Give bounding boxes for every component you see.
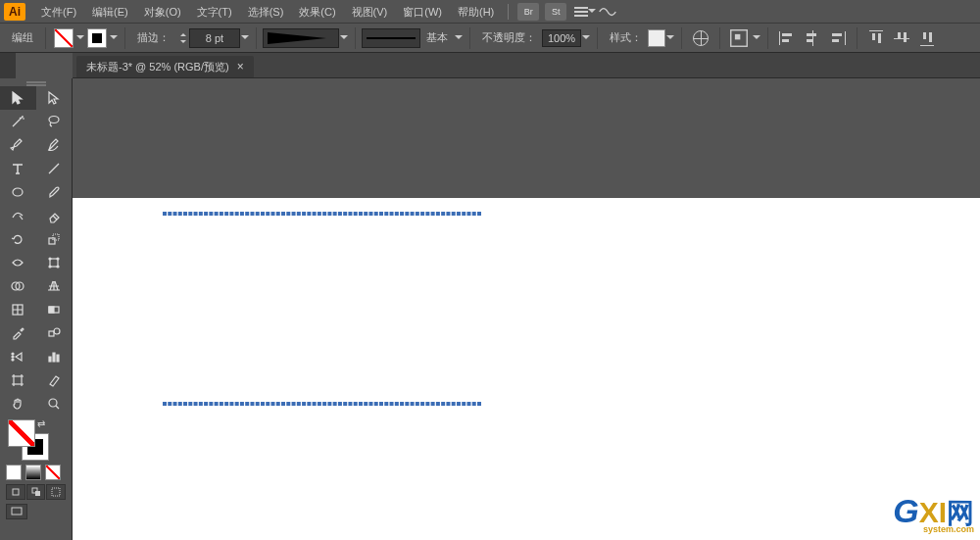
menu-file[interactable]: 文件(F)	[33, 0, 84, 24]
canvas[interactable]	[73, 198, 980, 540]
graphic-style-swatch[interactable]	[648, 29, 665, 47]
draw-behind-icon[interactable]	[26, 484, 46, 500]
svg-rect-110	[215, 212, 219, 216]
profile-dropdown[interactable]	[339, 28, 349, 48]
free-transform-tool[interactable]	[36, 251, 73, 274]
align-bottom-icon[interactable]	[916, 27, 938, 49]
pen-tool[interactable]	[0, 133, 36, 157]
svg-rect-26	[52, 488, 60, 496]
menu-select[interactable]: 选择(S)	[240, 0, 292, 24]
curvature-tool[interactable]	[36, 133, 73, 157]
menu-object[interactable]: 对象(O)	[136, 0, 189, 24]
stroke-weight-input[interactable]: 8 pt	[189, 28, 240, 48]
color-none-icon[interactable]	[45, 465, 61, 480]
svg-rect-158	[338, 212, 342, 216]
zoom-tool[interactable]	[36, 392, 73, 416]
direct-selection-tool[interactable]	[36, 86, 73, 110]
color-solid-icon[interactable]	[6, 465, 22, 480]
svg-rect-95	[173, 402, 177, 406]
gpu-preview-icon[interactable]	[597, 1, 618, 23]
menubar: Ai 文件(F) 编辑(E) 对象(O) 文字(T) 选择(S) 效果(C) 视…	[0, 0, 980, 24]
menu-edit[interactable]: 编辑(E)	[84, 0, 136, 24]
align-to-dropdown[interactable]	[752, 28, 761, 48]
selection-tool[interactable]	[0, 86, 36, 110]
symbol-sprayer-tool[interactable]	[0, 345, 36, 368]
width-tool[interactable]	[0, 251, 36, 274]
paintbrush-tool[interactable]	[36, 180, 73, 204]
draw-inside-icon[interactable]	[46, 484, 66, 500]
eyedropper-tool[interactable]	[0, 321, 36, 345]
rotate-tool[interactable]	[0, 227, 36, 251]
eraser-tool[interactable]	[36, 204, 73, 227]
profile-preview[interactable]	[263, 28, 339, 48]
tabbar-handle	[0, 53, 16, 78]
hand-tool[interactable]	[0, 392, 36, 416]
slice-tool[interactable]	[36, 368, 73, 392]
gradient-tool[interactable]	[36, 298, 73, 321]
svg-rect-180	[395, 212, 399, 216]
svg-rect-91	[163, 402, 167, 406]
artboard-tool[interactable]	[0, 368, 36, 392]
scale-tool[interactable]	[36, 227, 73, 251]
svg-rect-196	[436, 212, 440, 216]
close-icon[interactable]: ×	[237, 60, 244, 74]
draw-normal-icon[interactable]	[6, 484, 25, 500]
svg-rect-144	[302, 212, 306, 216]
stock-icon[interactable]: St	[545, 3, 566, 21]
recolor-icon[interactable]	[690, 27, 711, 49]
stroke-spinner[interactable]	[177, 28, 189, 48]
type-tool[interactable]	[0, 157, 36, 180]
svg-rect-202	[452, 212, 456, 216]
svg-rect-99	[183, 402, 187, 406]
color-gradient-icon[interactable]	[25, 465, 41, 480]
opacity-input[interactable]: 100%	[542, 29, 581, 47]
svg-rect-192	[425, 212, 429, 216]
stroke-swatch[interactable]	[87, 28, 107, 48]
screen-mode-icon[interactable]	[6, 504, 27, 519]
svg-rect-161	[343, 402, 347, 406]
svg-rect-190	[420, 212, 424, 216]
panel-handle[interactable]	[0, 78, 72, 86]
document-tabbar: 未标题-3* @ 52% (RGB/预览) ×	[73, 53, 980, 78]
opacity-dropdown[interactable]	[581, 28, 591, 48]
svg-rect-174	[379, 212, 383, 216]
line-tool[interactable]	[36, 157, 73, 180]
align-to-icon[interactable]	[728, 27, 750, 49]
svg-rect-199	[441, 402, 445, 406]
brush-preview[interactable]	[362, 28, 420, 48]
document-tab[interactable]: 未标题-3* @ 52% (RGB/预览) ×	[76, 56, 254, 77]
shape-builder-tool[interactable]	[0, 274, 36, 298]
align-top-icon[interactable]	[865, 27, 887, 49]
svg-rect-109	[209, 402, 213, 406]
menu-effect[interactable]: 效果(C)	[291, 0, 343, 24]
menu-view[interactable]: 视图(V)	[344, 0, 396, 24]
magic-wand-tool[interactable]	[0, 110, 36, 133]
stroke-weight-dropdown[interactable]	[240, 28, 250, 48]
fill-swatch[interactable]	[54, 28, 74, 48]
fill-dropdown[interactable]	[75, 28, 85, 48]
align-right-icon[interactable]	[827, 27, 849, 49]
align-hcenter-icon[interactable]	[802, 27, 823, 49]
swap-fill-stroke-icon[interactable]: ⇄	[37, 418, 45, 429]
align-left-icon[interactable]	[776, 27, 798, 49]
fill-proxy[interactable]	[8, 419, 35, 447]
align-vcenter-icon[interactable]	[891, 27, 912, 49]
lasso-tool[interactable]	[36, 110, 73, 133]
brush-dropdown[interactable]	[454, 28, 464, 48]
stroke-dropdown[interactable]	[109, 28, 119, 48]
menu-type[interactable]: 文字(T)	[189, 0, 240, 24]
artwork-blend[interactable]	[163, 212, 481, 406]
svg-rect-124	[250, 212, 254, 216]
arrange-documents-icon[interactable]	[571, 1, 593, 23]
column-graph-tool[interactable]	[36, 345, 73, 368]
bridge-icon[interactable]: Br	[517, 3, 539, 21]
menu-window[interactable]: 窗口(W)	[395, 0, 450, 24]
style-dropdown[interactable]	[665, 28, 675, 48]
mesh-tool[interactable]	[0, 298, 36, 321]
svg-rect-207	[462, 402, 466, 406]
perspective-tool[interactable]	[36, 274, 73, 298]
rectangle-tool[interactable]	[0, 180, 36, 204]
shaper-tool[interactable]	[0, 204, 36, 227]
menu-help[interactable]: 帮助(H)	[450, 0, 502, 24]
blend-tool[interactable]	[36, 321, 73, 345]
